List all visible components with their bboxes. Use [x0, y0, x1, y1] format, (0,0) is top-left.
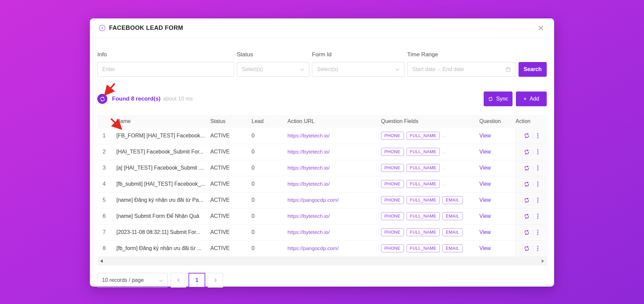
row-index: 5 [97, 192, 116, 208]
modal-header: FACEBOOK LEAD FORM [90, 18, 554, 38]
action-url-link[interactable]: https://bytetech.io/ [287, 213, 330, 219]
divider [533, 149, 533, 155]
row-sync-icon[interactable] [524, 181, 530, 187]
sync-button[interactable]: Sync [484, 92, 513, 106]
row-index: 7 [97, 224, 116, 240]
lead-forms-table: Name Status Lead Action URL Question Fie… [97, 115, 547, 265]
date-range-picker[interactable]: Start date ~ End date [407, 62, 516, 77]
view-link[interactable]: View [479, 181, 491, 187]
refresh-records-icon[interactable] [97, 94, 107, 104]
status-select[interactable]: Select(s) [237, 62, 309, 77]
row-name: [fb_form] Đăng ký nhận ưu đãi từ ... [116, 240, 210, 256]
info-input[interactable]: Enter [97, 62, 234, 77]
action-url-link[interactable]: https://pangocdp.com/ [287, 245, 339, 251]
row-status: ACTIVE [210, 224, 252, 240]
next-page-button[interactable] [208, 273, 223, 288]
row-sync-icon[interactable] [524, 149, 530, 155]
current-page-button[interactable]: 1 [189, 273, 205, 288]
row-sync-icon[interactable] [524, 246, 530, 251]
action-url-link[interactable]: https://bytetech.io/ [287, 165, 330, 171]
scroll-left-icon[interactable] [100, 259, 103, 263]
search-button[interactable]: Search [519, 62, 547, 77]
row-name: [HAI_TEST] Facebook_Submit For... [116, 144, 210, 160]
col-question-fields: Question Fields [381, 115, 479, 128]
col-index [97, 115, 116, 128]
more-actions-icon[interactable] [537, 148, 539, 155]
table-row: 6 [name] Submit Form Để Nhận Quà ACTIVE … [97, 208, 547, 224]
plus-icon: + [524, 96, 527, 102]
action-url-link[interactable]: https://bytetech.io/ [287, 229, 330, 235]
row-name: [name] Đăng ký nhận ưu đãi từ Pa... [116, 192, 210, 208]
scroll-right-icon[interactable] [542, 259, 544, 263]
more-actions-icon[interactable] [537, 181, 539, 187]
view-link[interactable]: View [479, 149, 491, 155]
form-id-placeholder: Select(s) [317, 66, 338, 72]
table-row: 3 [a] [HAI_TEST] Facebook_Submit F... AC… [97, 160, 547, 176]
add-button[interactable]: + Add [516, 92, 547, 106]
view-link[interactable]: View [479, 213, 491, 219]
more-actions-icon[interactable] [537, 245, 539, 252]
sync-button-label: Sync [496, 96, 508, 102]
status-label: Status [237, 51, 309, 58]
question-field-badge: PHONE [381, 196, 404, 204]
view-link[interactable]: View [479, 229, 491, 235]
row-lead: 0 [252, 240, 287, 256]
action-url-link[interactable]: https://pangocdp.com/ [287, 197, 339, 203]
divider [533, 165, 533, 171]
view-link[interactable]: View [479, 245, 491, 251]
more-actions-icon[interactable] [537, 165, 539, 171]
view-link[interactable]: View [479, 133, 491, 138]
horizontal-scrollbar[interactable] [97, 257, 547, 265]
row-name: [a] [HAI_TEST] Facebook_Submit F... [116, 160, 210, 176]
divider [533, 181, 533, 187]
row-sync-icon[interactable] [524, 197, 530, 203]
info-placeholder: Enter [102, 66, 115, 72]
row-index: 4 [97, 176, 116, 192]
filter-bar: Info Enter Status Select(s) Form Id Sele… [97, 51, 547, 77]
row-status: ACTIVE [210, 192, 252, 208]
col-question: Question [479, 115, 516, 128]
chevron-down-icon [300, 68, 304, 71]
more-actions-icon[interactable] [537, 132, 539, 139]
page-size-select[interactable]: 10 records / page [97, 273, 168, 288]
action-url-link[interactable]: https://bytetech.io/ [287, 149, 330, 155]
form-id-filter: Form Id Select(s) [312, 51, 405, 77]
chevron-left-icon [177, 278, 180, 282]
form-id-select[interactable]: Select(s) [312, 62, 405, 77]
row-sync-icon[interactable] [524, 214, 530, 219]
question-field-badge: FULL_NAME [407, 164, 440, 172]
question-field-badge: EMAIL [442, 244, 463, 252]
row-lead: 0 [252, 144, 287, 160]
table-header-row: Name Status Lead Action URL Question Fie… [97, 115, 547, 128]
action-url-link[interactable]: https://bytetech.io/ [287, 181, 330, 187]
view-link[interactable]: View [479, 165, 491, 171]
more-fields-ellipsis: ... [442, 165, 447, 170]
more-actions-icon[interactable] [537, 213, 539, 220]
question-field-badge: EMAIL [442, 196, 463, 204]
divider [533, 246, 533, 251]
pagination-bar: 10 records / page 1 [97, 273, 547, 288]
view-link[interactable]: View [479, 197, 491, 203]
row-status: ACTIVE [210, 208, 252, 224]
row-sync-icon[interactable] [524, 230, 530, 235]
question-field-badge: FULL_NAME [407, 212, 440, 220]
row-sync-icon[interactable] [524, 165, 530, 171]
row-lead: 0 [252, 176, 287, 192]
action-url-link[interactable]: https://bytetech.io/ [287, 133, 330, 138]
divider [533, 214, 533, 219]
found-records-text: Found 8 record(s) [112, 96, 161, 102]
more-fields-ellipsis: ... [442, 133, 447, 138]
elapsed-time-text: about 10 ms [163, 96, 193, 102]
question-field-badge: PHONE [381, 212, 404, 220]
more-actions-icon[interactable] [537, 229, 539, 236]
close-icon[interactable] [536, 23, 545, 33]
row-sync-icon[interactable] [524, 133, 530, 138]
question-field-badge: PHONE [381, 132, 404, 140]
question-field-badge: FULL_NAME [407, 132, 440, 140]
row-index: 6 [97, 208, 116, 224]
question-field-badge: FULL_NAME [407, 180, 440, 188]
col-lead: Lead [252, 115, 287, 128]
more-actions-icon[interactable] [537, 197, 539, 203]
prev-page-button[interactable] [171, 273, 186, 288]
row-lead: 0 [252, 160, 287, 176]
